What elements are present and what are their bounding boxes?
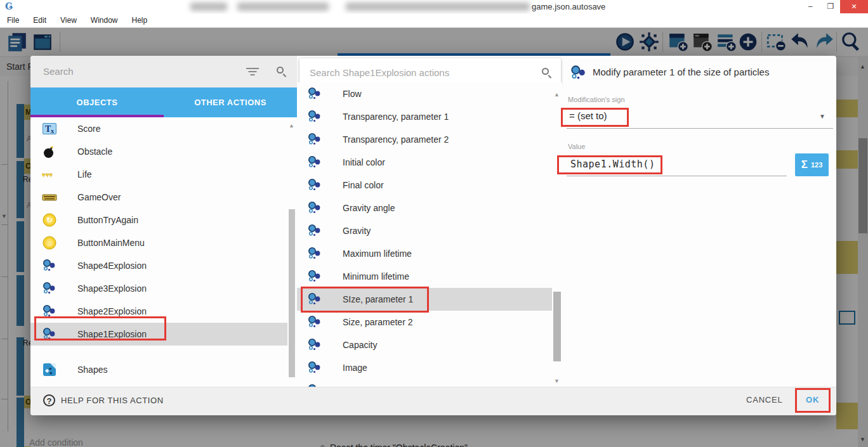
annotation-ok-button: [795, 388, 831, 413]
list-item-label: Maximum lifetime: [343, 249, 412, 259]
objects-list: OBJECT GROUPS ▲ ▼ TxScore✦Obstacle♥♥♥Lif…: [30, 117, 297, 389]
objects-search-bar[interactable]: Search: [30, 56, 297, 87]
close-button[interactable]: ✕: [840, 0, 868, 13]
menu-item-view[interactable]: View: [53, 14, 84, 27]
list-item-shape3explosion[interactable]: Shape3Explosion: [30, 277, 287, 300]
list-item-transparency-parameter-2[interactable]: Transparency, parameter 2: [297, 128, 552, 151]
annotation-size-parameter-1: [301, 287, 429, 313]
blurred-title-text: [237, 3, 329, 11]
actions-search-input[interactable]: Search Shape1Explosion actions: [310, 67, 449, 78]
scroll-up-icon[interactable]: ▲: [289, 122, 294, 129]
field-underline: [567, 176, 787, 176]
tab-other-actions[interactable]: OTHER ACTIONS: [164, 87, 297, 117]
list-item-gameover[interactable]: GameOver: [30, 186, 287, 209]
list-item-image[interactable]: Image: [297, 356, 552, 379]
help-button[interactable]: ? HELP FOR THIS ACTION: [43, 394, 164, 406]
particle-icon: [307, 246, 322, 261]
annotation-shape1explosion: [34, 316, 166, 340]
particle-icon: [307, 178, 322, 193]
objects-search-input[interactable]: Search: [43, 66, 74, 77]
particle-icon: [307, 360, 322, 375]
help-icon: ?: [43, 394, 55, 406]
objects-tab-bar: OBJECTSOTHER ACTIONS: [30, 87, 297, 117]
list-item-label: Initial color: [343, 157, 385, 167]
list-item-label: ButtonTryAgain: [77, 215, 138, 225]
list-item-life[interactable]: ♥♥♥Life: [30, 163, 287, 186]
list-item-label: Score: [77, 124, 101, 134]
sign-field-label: Modification's sign: [568, 96, 625, 103]
list-item-score[interactable]: TxScore: [30, 117, 287, 140]
svg-text:⌂: ⌂: [48, 239, 52, 247]
minimize-button[interactable]: –: [801, 0, 820, 13]
menu-item-help[interactable]: Help: [125, 14, 155, 27]
list-item-flow[interactable]: Flow: [297, 82, 552, 105]
list-item-obstacle[interactable]: ✦Obstacle: [30, 140, 287, 163]
annotation-value-input: [557, 155, 662, 174]
particle-icon: [42, 258, 57, 273]
maximize-button[interactable]: ❐: [821, 0, 840, 13]
list-item-capacity[interactable]: Capacity: [297, 334, 552, 356]
scrollbar-thumb[interactable]: [289, 209, 295, 377]
bomb-icon: ✦: [42, 144, 57, 159]
list-item-transparency-parameter-1[interactable]: Transparency, parameter 1: [297, 105, 552, 128]
list-item-gravity[interactable]: Gravity: [297, 219, 552, 242]
particle-icon: [307, 223, 322, 238]
list-item-label: Gravity angle: [343, 203, 395, 213]
search-icon[interactable]: [542, 68, 549, 75]
tab-objects[interactable]: OBJECTS: [30, 87, 164, 117]
list-item-initial-color[interactable]: Initial color: [297, 151, 552, 174]
list-item-label: Capacity: [343, 340, 377, 350]
list-item-label: Final color: [343, 180, 384, 190]
particle-icon: [42, 281, 57, 296]
menu-item-window[interactable]: Window: [84, 14, 125, 27]
particle-icon: [307, 155, 322, 170]
particle-icon: [307, 86, 322, 101]
list-item-gravity-angle[interactable]: Gravity angle: [297, 197, 552, 219]
list-item-buttonmainmenu[interactable]: ⌂ButtonMainMenu: [30, 231, 287, 254]
hearts-icon: ♥♥♥: [42, 167, 57, 182]
annotation-sign-value: [561, 108, 629, 127]
home-icon: ⌂: [42, 235, 57, 250]
numbers-label: 123: [811, 161, 822, 169]
list-item-shapes[interactable]: ◆◆◆Shapes: [30, 358, 287, 381]
dialog-footer: ? HELP FOR THIS ACTION CANCEL OK: [30, 387, 836, 415]
svg-text:↻: ↻: [46, 216, 52, 224]
list-item-minimum-lifetime[interactable]: Minimum lifetime: [297, 265, 552, 288]
list-item-final-color[interactable]: Final color: [297, 174, 552, 197]
group-icon: ◆◆◆: [42, 362, 57, 377]
menu-item-file[interactable]: File: [0, 14, 26, 27]
list-item-label: Transparency, parameter 2: [343, 134, 449, 145]
list-item-partial[interactable]: [297, 379, 552, 387]
gdevelop-logo-icon: Ǥ: [5, 1, 16, 12]
list-item-label: ButtonMainMenu: [77, 238, 145, 248]
list-item-label: Life: [77, 169, 92, 179]
blurred-title-text: [190, 3, 227, 11]
list-item-label: Flow: [343, 89, 362, 99]
list-item-size-parameter-2[interactable]: Size, parameter 2: [297, 311, 552, 334]
list-item-shape4explosion[interactable]: Shape4Explosion: [30, 254, 287, 277]
svg-text:x: x: [51, 127, 54, 134]
particle-icon: [307, 200, 322, 216]
text-icon: Tx: [42, 121, 57, 136]
cancel-button[interactable]: CANCEL: [746, 395, 783, 405]
list-item-maximum-lifetime[interactable]: Maximum lifetime: [297, 242, 552, 265]
gameover-icon: [42, 190, 57, 205]
value-field-label: Value: [568, 143, 585, 150]
scroll-up-icon[interactable]: ▲: [554, 91, 560, 98]
particle-emitter-icon: [570, 64, 588, 82]
search-icon[interactable]: [277, 67, 284, 74]
list-item-label: Minimum lifetime: [343, 271, 409, 282]
expression-editor-button[interactable]: Σ 123: [795, 153, 829, 176]
scroll-down-icon[interactable]: ▼: [554, 378, 560, 384]
field-underline: [567, 128, 833, 129]
list-item-label: Shape2Explosion: [77, 306, 147, 316]
list-item-buttontryagain[interactable]: ↻ButtonTryAgain: [30, 209, 287, 231]
scrollbar-thumb[interactable]: [553, 292, 561, 361]
filter-icon[interactable]: [246, 68, 259, 75]
chevron-down-icon[interactable]: ▼: [819, 113, 825, 120]
list-item-label: Shapes: [77, 365, 107, 375]
action-editor-dialog: Search OBJECTSOTHER ACTIONS OBJECT GROUP…: [30, 56, 836, 415]
actions-list: ▲ ▼ FlowTransparency, parameter 1Transpa…: [297, 82, 562, 387]
svg-text:◆: ◆: [49, 371, 53, 375]
menu-item-edit[interactable]: Edit: [26, 14, 53, 27]
